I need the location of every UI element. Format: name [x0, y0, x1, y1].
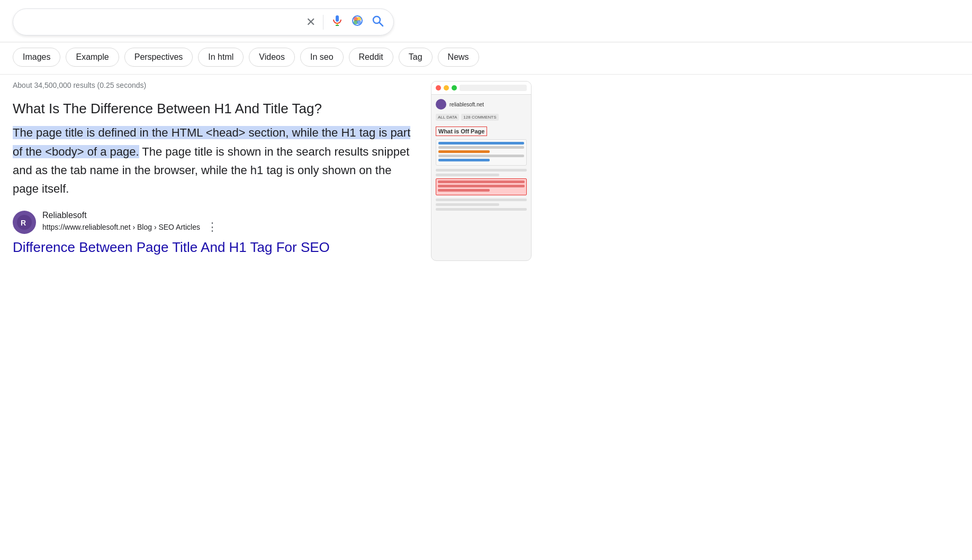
- text-line-3: [436, 198, 527, 201]
- source-name: Reliablesoft: [42, 211, 218, 220]
- results-container: About 34,500,000 results (0.25 seconds) …: [0, 75, 972, 267]
- text-line-2: [436, 174, 499, 176]
- results-main: About 34,500,000 results (0.25 seconds) …: [13, 81, 415, 261]
- source-url-row: https://www.reliablesoft.net › Blog › SE…: [42, 220, 218, 234]
- results-count: About 34,500,000 results (0.25 seconds): [13, 81, 415, 89]
- code-line-4: [438, 155, 524, 157]
- preview-logo-icon: [436, 99, 446, 110]
- chip-videos[interactable]: Videos: [249, 48, 295, 67]
- code-line-2: [438, 146, 524, 149]
- chip-in-html[interactable]: In html: [198, 48, 244, 67]
- code-line-1: [438, 142, 524, 144]
- search-bar: difference between page title and h1 ✕: [13, 8, 394, 35]
- preview-highlight-block: [436, 178, 527, 195]
- preview-nav: ALL DATA 128 COMMENTS: [436, 114, 527, 121]
- chip-news[interactable]: News: [438, 48, 479, 67]
- dot-green: [452, 85, 457, 91]
- snippet-text: The page title is defined in the HTML <h…: [13, 123, 415, 198]
- svg-line-9: [380, 23, 383, 26]
- preview-text-lines: [436, 169, 527, 176]
- search-icon[interactable]: [371, 14, 384, 30]
- text-line-5: [436, 208, 527, 211]
- highlight-line-3: [438, 189, 490, 192]
- text-line-4: [436, 203, 499, 206]
- preview-card: reliablesoft.net ALL DATA 128 COMMENTS W…: [431, 81, 532, 261]
- source-info: Reliablesoft https://www.reliablesoft.ne…: [42, 211, 218, 234]
- highlight-line-2: [438, 185, 525, 187]
- svg-point-7: [357, 20, 361, 24]
- chip-reddit[interactable]: Reddit: [349, 48, 393, 67]
- filter-bar: Images Example Perspectives In html Vide…: [0, 42, 972, 75]
- chip-images[interactable]: Images: [13, 48, 60, 67]
- preview-code-block: [436, 139, 527, 166]
- divider: [323, 15, 323, 30]
- highlight-line-1: [438, 180, 525, 183]
- svg-text:R: R: [21, 219, 26, 227]
- featured-snippet: What Is The Difference Between H1 And Ti…: [13, 99, 415, 198]
- preview-logo-text: reliablesoft.net: [449, 102, 484, 107]
- preview-top-bar: [431, 82, 531, 95]
- more-options-icon[interactable]: ⋮: [206, 220, 218, 234]
- svg-point-3: [353, 16, 362, 25]
- code-line-3: [438, 150, 490, 153]
- source-row: R Reliablesoft https://www.reliablesoft.…: [13, 211, 415, 234]
- chip-perspectives[interactable]: Perspectives: [124, 48, 193, 67]
- preview-nav-item-2: 128 COMMENTS: [461, 114, 498, 121]
- clear-icon[interactable]: ✕: [306, 15, 316, 29]
- chip-tag[interactable]: Tag: [399, 48, 433, 67]
- code-line-5: [438, 159, 490, 161]
- lens-icon[interactable]: [351, 14, 364, 30]
- search-icons: ✕: [306, 14, 384, 30]
- search-bar-container: difference between page title and h1 ✕: [0, 0, 972, 42]
- snippet-question: What Is The Difference Between H1 And Ti…: [13, 99, 415, 118]
- preview-logo-row: reliablesoft.net: [436, 99, 527, 110]
- search-input[interactable]: difference between page title and h1: [23, 16, 300, 28]
- preview-nav-item: ALL DATA: [436, 114, 459, 121]
- dot-red: [436, 85, 441, 91]
- results-sidebar: reliablesoft.net ALL DATA 128 COMMENTS W…: [426, 81, 532, 261]
- source-url: https://www.reliablesoft.net › Blog › SE…: [42, 223, 200, 231]
- preview-url-bar: [460, 85, 527, 91]
- chip-in-seo[interactable]: In seo: [300, 48, 344, 67]
- preview-heading: What is Off Page: [436, 127, 487, 136]
- source-favicon: R: [13, 211, 36, 234]
- svg-rect-0: [336, 15, 339, 22]
- dot-yellow: [444, 85, 449, 91]
- preview-text-lines-2: [436, 198, 527, 211]
- mic-icon[interactable]: [331, 14, 344, 30]
- result-link[interactable]: Difference Between Page Title And H1 Tag…: [13, 239, 415, 256]
- chip-example[interactable]: Example: [66, 48, 119, 67]
- text-line-1: [436, 169, 527, 171]
- preview-content: reliablesoft.net ALL DATA 128 COMMENTS W…: [431, 95, 531, 217]
